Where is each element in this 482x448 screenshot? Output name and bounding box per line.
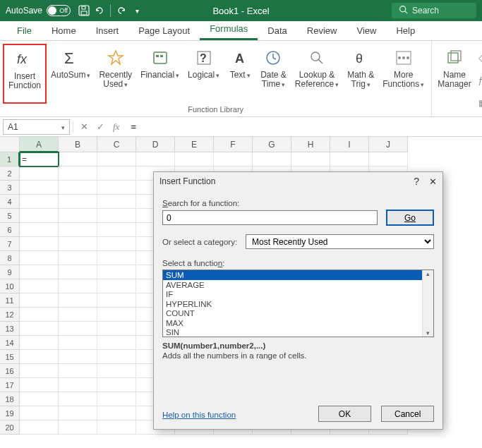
cell[interactable]: [253, 152, 291, 167]
cell[interactable]: [59, 378, 97, 392]
cell[interactable]: [97, 265, 136, 279]
qat-dropdown-icon[interactable]: ▾: [129, 3, 145, 18]
cell[interactable]: [97, 181, 136, 195]
cell[interactable]: [59, 237, 97, 251]
autosave-control[interactable]: AutoSave Off: [0, 5, 76, 16]
function-list-item[interactable]: IF: [163, 289, 433, 299]
save-icon[interactable]: [76, 3, 92, 18]
redo-icon[interactable]: [114, 3, 129, 18]
cell[interactable]: [20, 378, 59, 392]
row-header[interactable]: 7: [0, 237, 20, 251]
row-header[interactable]: 15: [0, 350, 20, 364]
insert-function-button[interactable]: fx Insert Function: [3, 44, 47, 104]
cell[interactable]: [59, 406, 97, 420]
cell[interactable]: [175, 152, 214, 167]
cell[interactable]: [20, 420, 59, 435]
row-header[interactable]: 1: [0, 152, 20, 167]
column-header[interactable]: C: [97, 137, 136, 152]
function-list-item[interactable]: SUM: [163, 270, 433, 280]
cell[interactable]: [20, 195, 59, 209]
tab-review[interactable]: Review: [297, 21, 347, 40]
function-list-item[interactable]: SIN: [163, 327, 433, 337]
cell[interactable]: =: [20, 152, 59, 167]
column-header[interactable]: G: [253, 137, 291, 152]
cell[interactable]: [97, 336, 136, 350]
autosave-toggle[interactable]: Off: [47, 5, 71, 16]
cell[interactable]: [59, 209, 97, 223]
date-time-button[interactable]: Date & Time: [256, 44, 291, 104]
text-button[interactable]: A Text: [224, 44, 256, 104]
cancel-button[interactable]: Cancel: [381, 406, 434, 422]
help-link[interactable]: Help on this function: [162, 411, 236, 419]
row-header[interactable]: 5: [0, 209, 20, 223]
row-header[interactable]: 16: [0, 364, 20, 378]
tab-file[interactable]: File: [7, 21, 42, 40]
tab-insert[interactable]: Insert: [86, 21, 129, 40]
column-header[interactable]: B: [59, 137, 97, 152]
function-listbox[interactable]: SUMAVERAGEIFHYPERLINKCOUNTMAXSIN ▴▾: [162, 270, 434, 337]
cell[interactable]: [20, 265, 59, 279]
cell[interactable]: [97, 251, 136, 265]
tab-page-layout[interactable]: Page Layout: [128, 21, 200, 40]
row-header[interactable]: 2: [0, 167, 20, 181]
cell[interactable]: [214, 152, 253, 167]
cell[interactable]: [97, 167, 136, 181]
dialog-help-icon[interactable]: ?: [414, 176, 419, 187]
column-header[interactable]: I: [330, 137, 369, 152]
cell[interactable]: [20, 237, 59, 251]
dialog-close-icon[interactable]: ✕: [429, 176, 437, 187]
cell[interactable]: [97, 209, 136, 223]
enter-formula-icon[interactable]: ✓: [97, 121, 104, 132]
cell[interactable]: [97, 237, 136, 251]
column-header[interactable]: J: [369, 137, 408, 152]
cell[interactable]: [59, 223, 97, 237]
search-function-input[interactable]: [162, 210, 378, 225]
row-header[interactable]: 8: [0, 251, 20, 265]
cell[interactable]: [330, 152, 369, 167]
cell[interactable]: [97, 223, 136, 237]
cell[interactable]: [20, 223, 59, 237]
row-header[interactable]: 17: [0, 378, 20, 392]
name-manager-button[interactable]: Name Manager: [435, 44, 474, 117]
cell[interactable]: [20, 279, 59, 293]
row-header[interactable]: 14: [0, 336, 20, 350]
cell[interactable]: [20, 322, 59, 336]
cell[interactable]: [20, 167, 59, 181]
chevron-down-icon[interactable]: [61, 122, 65, 132]
cell[interactable]: [369, 152, 408, 167]
tab-view[interactable]: View: [347, 21, 386, 40]
cell[interactable]: [97, 420, 136, 435]
cell[interactable]: [136, 152, 175, 167]
undo-icon[interactable]: [92, 3, 107, 18]
ok-button[interactable]: OK: [318, 406, 371, 422]
use-in-formula-button[interactable]: ƒUse in F: [478, 69, 482, 92]
column-header[interactable]: F: [214, 137, 253, 152]
cell[interactable]: [97, 406, 136, 420]
cell[interactable]: [59, 167, 97, 181]
cell[interactable]: [59, 350, 97, 364]
cell[interactable]: [20, 336, 59, 350]
cell[interactable]: [20, 181, 59, 195]
cell[interactable]: [20, 364, 59, 378]
row-header[interactable]: 4: [0, 195, 20, 209]
cell[interactable]: [97, 308, 136, 322]
formula-input[interactable]: [126, 119, 482, 135]
listbox-scrollbar[interactable]: ▴▾: [422, 270, 433, 337]
cell[interactable]: [97, 195, 136, 209]
tab-formulas[interactable]: Formulas: [200, 19, 258, 40]
row-header[interactable]: 9: [0, 265, 20, 279]
cell[interactable]: [97, 279, 136, 293]
math-trig-button[interactable]: θ Math & Trig: [343, 44, 378, 104]
cell[interactable]: [59, 293, 97, 308]
cell[interactable]: [59, 152, 97, 167]
cancel-formula-icon[interactable]: ✕: [80, 121, 88, 132]
cell[interactable]: [97, 378, 136, 392]
function-list-item[interactable]: COUNT: [163, 308, 433, 318]
column-header[interactable]: E: [175, 137, 214, 152]
select-all-corner[interactable]: [0, 137, 20, 152]
cell[interactable]: [59, 181, 97, 195]
cell[interactable]: [20, 392, 59, 406]
logical-button[interactable]: ? Logical: [183, 44, 224, 104]
cell[interactable]: [97, 392, 136, 406]
cell[interactable]: [59, 265, 97, 279]
